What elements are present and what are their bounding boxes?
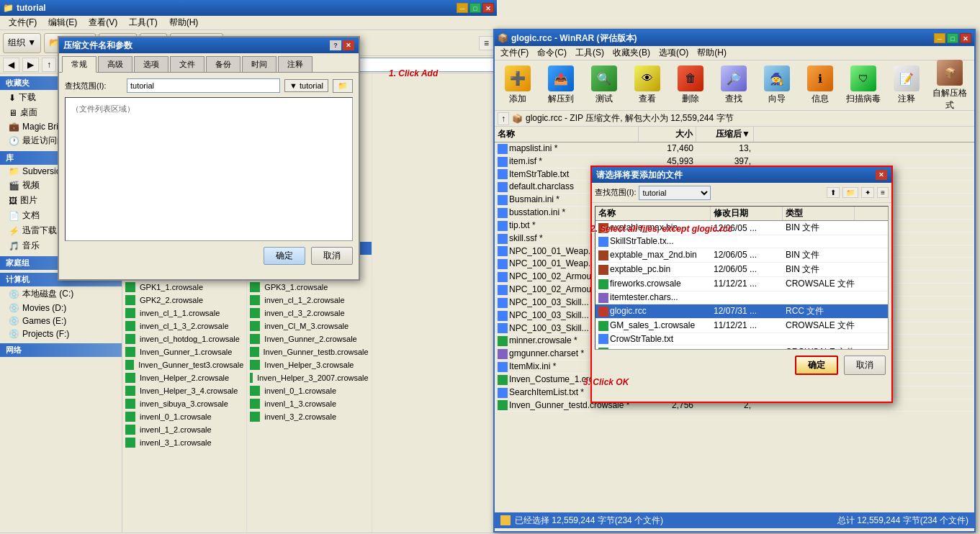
tab-comment[interactable]: 注释 [278, 56, 313, 72]
back-btn[interactable]: ◀ [3, 58, 19, 72]
docs-icon: 📄 [9, 211, 19, 221]
tab-backup[interactable]: 备份 [206, 56, 240, 72]
list-item[interactable]: GPK3_1.crowsale [247, 281, 371, 294]
list-item[interactable]: Inven_Helper_3.crowsale [247, 358, 371, 371]
winrar-add-btn[interactable]: ➕ 添加 [498, 62, 538, 109]
search-range-input[interactable] [127, 78, 280, 93]
up-dir-btn[interactable]: ↑ [498, 112, 509, 125]
list-item[interactable]: invenl_3_2.crowsale [247, 410, 371, 423]
sidebar-item-c[interactable]: 💿 本地磁盘 (C:) [0, 286, 122, 302]
explorer-min-btn[interactable]: ─ [457, 3, 468, 13]
organize-btn[interactable]: 组织 ▼ [3, 33, 41, 53]
menu-tools[interactable]: 工具(T) [123, 15, 163, 30]
explorer-max-btn[interactable]: □ [469, 3, 481, 13]
file-select-toolbar-btn3[interactable]: ✦ [861, 187, 874, 198]
add-dialog-help-btn[interactable]: ? [330, 40, 341, 50]
list-item[interactable]: Inven_Helper_2.crowsale [122, 371, 246, 384]
list-item[interactable]: Inven_Helper_3_2007.crowsale [247, 371, 371, 384]
list-item[interactable]: inven_sibuya_3.crowsale [122, 397, 246, 410]
tab-time[interactable]: 时间 [242, 56, 277, 72]
list-item[interactable]: invenl_0_1.crowsale [122, 410, 246, 423]
forward-btn[interactable]: ▶ [22, 58, 39, 72]
winrar-menu-file[interactable]: 文件(F) [496, 45, 533, 60]
list-item[interactable]: invenl_1_3.crowsale [247, 397, 371, 410]
winrar-max-btn[interactable]: □ [947, 33, 958, 43]
winrar-menu-help[interactable]: 帮助(H) [693, 45, 731, 60]
list-item[interactable]: GM_sales_1.crowsale11/12/21 ...CROWSALE … [595, 319, 888, 333]
col-name-header[interactable]: 名称 [495, 127, 639, 142]
list-item[interactable]: inven_cl_1_3_2.crowsale [122, 320, 246, 332]
winrar-comment-btn[interactable]: 📝 注释 [886, 62, 927, 109]
winrar-menu-options[interactable]: 选项(O) [655, 45, 693, 60]
list-item[interactable]: CrowStrTable.txt [595, 333, 888, 346]
list-item[interactable]: GPK1_1.crowsale [122, 281, 246, 294]
sidebar-item-f[interactable]: 💿 Projects (F:) [0, 327, 122, 340]
explorer-close-btn[interactable]: ✕ [482, 3, 494, 13]
tab-general[interactable]: 常规 [62, 56, 96, 73]
winrar-menu-cmd[interactable]: 命令(C) [533, 45, 571, 60]
sidebar-item-d[interactable]: 💿 Movies (D:) [0, 302, 122, 314]
winrar-header: 名称 大小 压缩后▼ [495, 127, 974, 142]
col-size-header[interactable]: 大小 [639, 127, 696, 142]
winrar-view-btn[interactable]: 👁 查看 [627, 62, 667, 109]
list-item[interactable]: inven_cl_1_2.crowsale [247, 294, 371, 307]
list-item[interactable]: GM_sales_2.crowsale11/12/21 ...CROWSALE … [595, 345, 888, 350]
browse-btn[interactable]: ▼ tutorial [284, 79, 328, 92]
list-item[interactable]: SkillStrTable.tx... [595, 235, 888, 248]
winrar-menu-fav[interactable]: 收藏夹(B) [608, 45, 655, 60]
list-item[interactable]: inven_Cl_M_3.crowsale [247, 320, 371, 332]
list-item[interactable]: invenl_0_1.crowsale [247, 384, 371, 397]
tab-options[interactable]: 选项 [134, 56, 168, 72]
file-select-toolbar-btn1[interactable]: ⬆ [827, 187, 840, 198]
add-dialog-ok-btn[interactable]: 确定 [264, 247, 305, 265]
up-btn[interactable]: ↑ [42, 58, 56, 72]
add-dialog-cancel-btn[interactable]: 取消 [311, 247, 353, 265]
sidebar-item-e[interactable]: 💿 Games (E:) [0, 314, 122, 327]
list-item[interactable]: exptable_pc.bin12/06/05 ...BIN 文件 [595, 263, 888, 277]
winrar-delete-btn[interactable]: 🗑 删除 [670, 62, 711, 109]
list-item-glogic-selected[interactable]: glogic.rcc12/07/31 ...RCC 文件 [595, 304, 888, 319]
menu-help[interactable]: 帮助(H) [163, 15, 204, 30]
menu-view[interactable]: 查看(V) [83, 15, 123, 30]
view-toggle[interactable]: ≡ [479, 36, 494, 50]
tab-advanced[interactable]: 高级 [98, 56, 132, 72]
list-item[interactable]: inven_cl_3_2.crowsale [247, 307, 371, 320]
menu-edit[interactable]: 编辑(E) [42, 15, 83, 30]
list-item[interactable]: Inven_Gunner_testb.crowsale [247, 345, 371, 358]
file-select-ok-btn[interactable]: 确定 [795, 356, 838, 375]
file-select-toolbar-btn4[interactable]: ≡ [877, 187, 889, 198]
list-item[interactable]: exptable_max_2nd.bin12/06/05 ...BIN 文件 [595, 248, 888, 263]
list-item[interactable]: fireworks.crowsale11/12/21 ...CROWSALE 文… [595, 277, 888, 291]
winrar-info-btn[interactable]: ℹ 信息 [800, 62, 840, 109]
list-item[interactable]: inven_cl_hotdog_1.crowsale [122, 332, 246, 345]
winrar-menu-tools[interactable]: 工具(S) [571, 45, 608, 60]
winrar-test-btn[interactable]: 🔍 测试 [584, 62, 624, 109]
winrar-sfx-btn[interactable]: 📦 自解压格式 [930, 56, 970, 115]
list-item[interactable]: Inven_Helper_3_4.crowsale [122, 384, 246, 397]
winrar-min-btn[interactable]: ─ [934, 33, 945, 43]
file-select-range-dropdown[interactable]: tutorial [639, 186, 711, 200]
list-item[interactable]: itemtester.chars... [595, 291, 888, 304]
list-item[interactable]: GPK2_2.crowsale [122, 294, 246, 307]
winrar-virus-btn[interactable]: 🛡 扫描病毒 [843, 62, 884, 109]
table-row[interactable]: mapslist.ini *17,46013, [495, 142, 974, 155]
list-item[interactable]: invenl_1_2.crowsale [122, 423, 246, 436]
list-item[interactable]: inven_cl_1_1.crowsale [122, 307, 246, 320]
col-comp-header[interactable]: 压缩后▼ [696, 127, 754, 142]
file-select-title-text: 请选择将要添加的文件 [596, 169, 683, 181]
file-select-cancel-btn[interactable]: 取消 [844, 356, 886, 375]
file-select-close-btn[interactable]: ✕ [876, 170, 887, 180]
winrar-wizard-btn[interactable]: 🧙 向导 [757, 62, 797, 109]
tab-files[interactable]: 文件 [170, 56, 204, 72]
menu-file[interactable]: 文件(F) [3, 15, 42, 30]
list-item[interactable]: Inven_Gunner_1.crowsale [122, 345, 246, 358]
add-dialog-close-btn[interactable]: ✕ [343, 40, 354, 50]
winrar-extract-btn[interactable]: 📤 解压到 [541, 62, 581, 109]
winrar-close-btn[interactable]: ✕ [960, 33, 971, 43]
list-item[interactable]: invenl_3_1.crowsale [122, 436, 246, 449]
browse-icon-btn[interactable]: 📁 [333, 79, 353, 93]
list-item[interactable]: Inven_Gunner_2.crowsale [247, 332, 371, 345]
list-item[interactable]: Inven_Gunner_test3.crowsale [122, 358, 246, 371]
file-select-toolbar-btn2[interactable]: 📁 [842, 187, 858, 198]
winrar-find-btn[interactable]: 🔎 查找 [714, 62, 754, 109]
